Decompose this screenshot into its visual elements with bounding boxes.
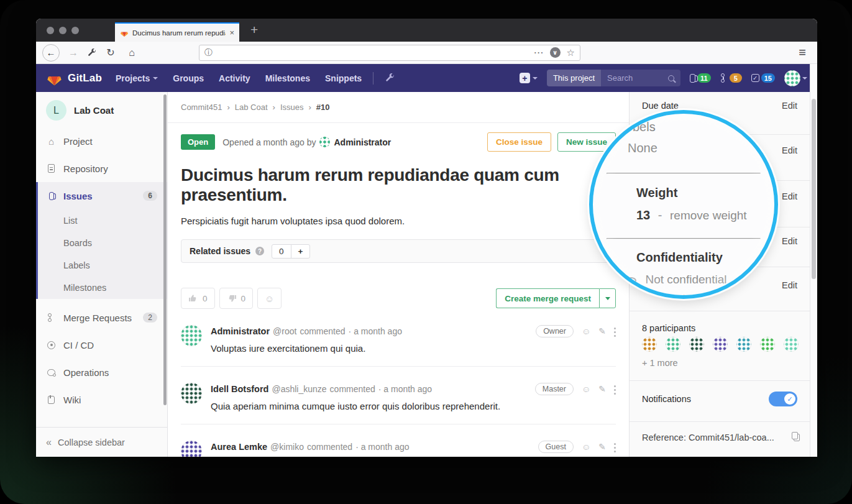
more-actions-icon[interactable] <box>614 443 616 445</box>
breadcrumb-item[interactable]: Lab Coat <box>235 103 268 112</box>
comment-username[interactable]: @kimiko <box>270 442 304 452</box>
nav-groups[interactable]: Groups <box>173 73 204 83</box>
gitlab-logo[interactable] <box>46 70 63 86</box>
project-header[interactable]: L Lab Coat <box>36 92 167 127</box>
avatar[interactable] <box>689 337 704 352</box>
comment-time[interactable]: · a month ago <box>378 384 432 394</box>
sidebar-scrollbar[interactable] <box>163 94 167 405</box>
sidebar-item-wiki[interactable]: Wiki <box>36 386 167 413</box>
breadcrumb-item[interactable]: Commit451 <box>181 103 222 112</box>
gitlab-brand[interactable]: GitLab <box>68 72 102 85</box>
create-mr-dropdown-button[interactable] <box>599 288 616 308</box>
merge-requests-counter[interactable]: 5 <box>720 73 742 83</box>
search-scope-chip[interactable]: This project <box>547 70 601 86</box>
new-menu-button[interactable]: + <box>520 73 538 83</box>
edit-confidentiality-link[interactable]: Edit <box>782 236 797 246</box>
sidebar-item-labels[interactable]: Labels <box>38 254 167 277</box>
issues-counter[interactable]: 11 <box>690 73 711 83</box>
minimize-window-button[interactable] <box>59 27 66 34</box>
wrench-icon[interactable] <box>87 48 97 58</box>
more-actions-icon[interactable] <box>614 385 616 387</box>
close-window-button[interactable] <box>47 27 54 34</box>
issue-author[interactable]: Administrator <box>334 137 391 147</box>
sidebar-item-merge-requests[interactable]: Merge Requests 2 <box>36 304 167 331</box>
nav-snippets[interactable]: Snippets <box>325 73 362 83</box>
reload-icon[interactable]: ↻ <box>103 47 118 58</box>
close-issue-button[interactable]: Close issue <box>487 132 551 152</box>
nav-projects[interactable]: Projects <box>116 73 158 83</box>
notifications-toggle[interactable]: ✓ <box>769 392 797 406</box>
more-participants-link[interactable]: + 1 more <box>642 358 678 368</box>
window-controls[interactable] <box>47 27 79 34</box>
admin-wrench-icon[interactable] <box>385 73 395 83</box>
page-scrollbar[interactable] <box>810 64 817 457</box>
sidebar-item-boards[interactable]: Boards <box>38 232 167 254</box>
more-actions-icon[interactable] <box>614 328 616 329</box>
avatar[interactable] <box>736 337 751 352</box>
home-icon[interactable]: ⌂ <box>124 47 139 58</box>
edit-comment-icon[interactable]: ✎ <box>598 442 606 452</box>
collapse-sidebar-button[interactable]: « Collapse sidebar <box>36 427 167 457</box>
comment-time[interactable]: · a month ago <box>355 442 409 452</box>
edit-lock-link[interactable]: Edit <box>782 280 797 290</box>
thumbs-down-button[interactable]: 0 <box>219 288 254 309</box>
new-tab-button[interactable]: + <box>250 22 258 37</box>
avatar[interactable] <box>181 441 202 457</box>
nav-milestones[interactable]: Milestones <box>265 73 310 83</box>
edit-weight-link[interactable]: Edit <box>782 191 797 201</box>
add-reaction-icon[interactable]: ☺ <box>582 384 590 394</box>
nav-activity[interactable]: Activity <box>219 73 250 83</box>
site-info-icon[interactable]: ⓘ <box>204 47 213 58</box>
avatar[interactable] <box>666 337 680 352</box>
add-reaction-button[interactable]: ☺ <box>257 288 282 309</box>
sidebar-item-project[interactable]: ⌂ Project <box>36 127 167 155</box>
browser-menu-icon[interactable]: ≡ <box>799 45 811 60</box>
edit-comment-icon[interactable]: ✎ <box>598 326 606 336</box>
browser-tab[interactable]: Ducimus harum rerum repudian × <box>115 22 239 42</box>
bookmark-star-icon[interactable]: ☆ <box>567 47 575 58</box>
sidebar-item-cicd[interactable]: CI / CD <box>36 331 167 359</box>
sidebar-item-list[interactable]: List <box>38 209 167 232</box>
comment-time[interactable]: · a month ago <box>349 326 402 336</box>
help-icon[interactable]: ? <box>255 247 264 255</box>
avatar[interactable] <box>319 137 330 147</box>
create-merge-request-button[interactable]: Create merge request <box>496 288 599 308</box>
comment-author[interactable]: Aurea Lemke <box>211 442 267 452</box>
todos-counter[interactable]: ✓ 15 <box>751 73 775 83</box>
copy-reference-icon[interactable] <box>794 434 800 441</box>
add-reaction-icon[interactable]: ☺ <box>582 442 590 452</box>
search-control[interactable]: This project Search <box>547 70 680 86</box>
avatar[interactable] <box>642 337 657 352</box>
pocket-icon[interactable]: ∨ <box>550 47 561 58</box>
avatar[interactable] <box>760 337 775 352</box>
comment-author[interactable]: Idell Botsford <box>211 384 268 394</box>
user-menu[interactable] <box>784 70 807 86</box>
breadcrumb-item[interactable]: Issues <box>280 103 304 112</box>
sidebar-item-operations[interactable]: Operations <box>36 359 167 386</box>
back-icon[interactable]: ← <box>42 44 60 62</box>
sidebar-item-repository[interactable]: Repository <box>36 155 167 182</box>
avatar[interactable] <box>784 337 799 352</box>
edit-labels-link[interactable]: Edit <box>782 145 797 155</box>
url-bar[interactable]: ⓘ ⋯ ∨ ☆ <box>199 45 580 61</box>
avatar[interactable] <box>181 383 202 404</box>
edit-comment-icon[interactable]: ✎ <box>598 384 606 394</box>
search-input[interactable]: Search <box>601 70 680 86</box>
add-related-issue-button[interactable]: + <box>291 245 310 258</box>
maximize-window-button[interactable] <box>71 27 79 34</box>
scrollbar-thumb[interactable] <box>812 99 816 279</box>
tab-close-icon[interactable]: × <box>229 28 234 37</box>
edit-due-date-link[interactable]: Edit <box>782 101 797 111</box>
sidebar-item-issues[interactable]: Issues 6 <box>38 182 167 209</box>
comment-username[interactable]: @root <box>273 326 296 336</box>
thumbs-up-button[interactable]: 0 <box>181 288 215 309</box>
comment-username[interactable]: @ashli_kunze <box>272 384 326 394</box>
forward-icon[interactable]: → <box>66 47 81 58</box>
add-reaction-icon[interactable]: ☺ <box>582 326 590 336</box>
weight-dash[interactable]: - <box>658 208 662 222</box>
avatar[interactable] <box>713 337 728 352</box>
comment-author[interactable]: Administrator <box>211 326 270 336</box>
page-actions-icon[interactable]: ⋯ <box>534 47 544 58</box>
avatar[interactable] <box>181 325 202 346</box>
sidebar-item-milestones[interactable]: Milestones <box>38 277 167 299</box>
